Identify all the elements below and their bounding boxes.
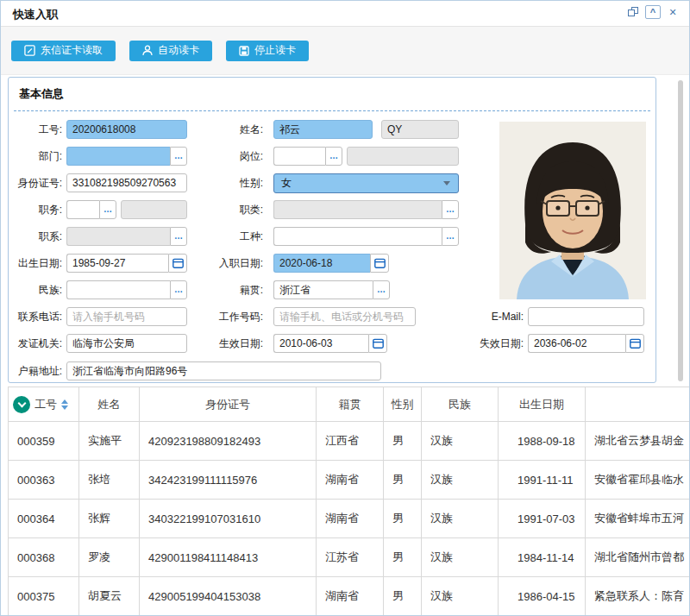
email-label: E-Mail: xyxy=(423,307,524,326)
gender-value: 女 xyxy=(281,177,292,189)
work-phone-field[interactable] xyxy=(273,307,416,326)
cell-gender: 男 xyxy=(384,577,422,616)
cell-emp-no: 000359 xyxy=(9,422,79,461)
effective-date-label: 生效日期: xyxy=(164,334,263,353)
column-header: 工号 xyxy=(34,397,57,412)
column-header: 出生日期 xyxy=(499,387,586,422)
cell-birth-date: 1988-09-18 xyxy=(499,422,586,461)
basic-info-panel: 基本信息 工号: 姓名: 部门: … 岗位: … 身份证号: 性别: 女 职务: xyxy=(8,77,656,383)
card-read-dongxin-button[interactable]: 东信证卡读取 xyxy=(11,41,116,61)
birth-date-field[interactable] xyxy=(66,254,168,273)
cell-ethnic: 汉族 xyxy=(422,577,499,616)
cell-gender: 男 xyxy=(384,461,422,500)
auto-read-card-button[interactable]: 自动读卡 xyxy=(129,41,212,61)
job-series-label: 职系: xyxy=(9,227,62,246)
table-row[interactable]: 000368 罗凌 429001198411148413 江苏省 男 汉族 19… xyxy=(9,538,690,577)
cell-ethnic: 汉族 xyxy=(422,422,499,461)
title-bar: 快速入职 ^ ✕ xyxy=(1,1,689,27)
expiry-date-calendar-button[interactable] xyxy=(625,334,644,353)
gender-label: 性别: xyxy=(164,173,263,192)
hire-date-group xyxy=(273,254,389,273)
hire-date-calendar-button[interactable] xyxy=(370,254,389,273)
cell-name: 张辉 xyxy=(79,500,140,538)
post-label: 岗位: xyxy=(164,147,263,166)
toolbar: 东信证卡读取 自动读卡 停止读卡 xyxy=(1,27,689,75)
post-lookup-button[interactable]: … xyxy=(325,147,342,166)
post-name-field xyxy=(347,147,459,166)
employee-photo xyxy=(499,122,646,299)
native-place-lookup-button[interactable]: … xyxy=(373,280,390,299)
section-title: 基本信息 xyxy=(19,86,64,102)
collapse-window-button[interactable]: ^ xyxy=(645,5,661,19)
cell-address: 安徽省蚌埠市五河 xyxy=(586,500,690,538)
table-row[interactable]: 000375 胡夏云 429005199404153038 湖南省 男 汉族 1… xyxy=(9,577,690,616)
job-series-field xyxy=(66,227,170,246)
ethnic-field[interactable] xyxy=(66,280,170,299)
job-class-lookup-button[interactable]: … xyxy=(442,200,459,219)
job-class-field-group: … xyxy=(273,200,459,219)
cell-name: 实施平 xyxy=(79,422,140,461)
cell-emp-no: 000363 xyxy=(9,461,79,500)
calendar-icon xyxy=(374,258,386,268)
cell-address: 紧急联系人：陈育 xyxy=(586,577,690,616)
column-header: 民族 xyxy=(422,387,499,422)
vertical-scrollbar[interactable] xyxy=(678,80,683,381)
expand-selector-button[interactable] xyxy=(13,396,30,413)
ellipsis-icon: … xyxy=(446,204,455,214)
expiry-date-field[interactable] xyxy=(528,334,625,353)
work-type-field[interactable] xyxy=(273,227,442,246)
name-pinyin-field xyxy=(381,120,459,139)
cell-ethnic: 汉族 xyxy=(422,461,499,500)
cell-address: 安徽省霍邱县临水 xyxy=(586,461,690,500)
employee-table: 工号 姓名 身份证号 籍贯 性别 民族 出生日期 000359 实施平 4209… xyxy=(8,387,690,616)
job-class-field xyxy=(273,200,442,219)
dept-field[interactable] xyxy=(66,147,170,166)
restore-window-button[interactable] xyxy=(625,5,641,19)
name-field[interactable] xyxy=(273,120,373,139)
cell-birth-date: 1986-04-15 xyxy=(499,577,586,616)
sort-desc-icon xyxy=(61,405,68,410)
cell-birth-date: 1984-11-14 xyxy=(499,538,586,577)
emp-no-header-cell: 工号 xyxy=(9,387,79,422)
table-row[interactable]: 000363 张培 342423199111115976 湖南省 男 汉族 19… xyxy=(9,461,690,500)
sort-control[interactable] xyxy=(61,399,68,410)
effective-date-field[interactable] xyxy=(273,334,368,353)
cell-ethnic: 汉族 xyxy=(422,500,499,538)
work-type-label: 工种: xyxy=(164,227,263,246)
phone-label: 联系电话: xyxy=(9,307,62,326)
native-place-field-group: … xyxy=(273,280,390,299)
edit-card-icon xyxy=(24,45,35,56)
cell-birth-date: 1991-11-11 xyxy=(499,461,586,500)
expiry-date-label: 失效日期: xyxy=(423,334,524,353)
gender-select[interactable]: 女 xyxy=(273,173,459,193)
table-row[interactable]: 000359 实施平 420923198809182493 江西省 男 汉族 1… xyxy=(9,422,690,461)
cell-name: 张培 xyxy=(79,461,140,500)
email-field[interactable] xyxy=(528,307,644,326)
duty-field[interactable] xyxy=(66,200,99,219)
cell-ethnic: 汉族 xyxy=(422,538,499,577)
cell-emp-no: 000368 xyxy=(9,538,79,577)
cell-address: 湖北省随州市曾都 xyxy=(586,538,690,577)
button-label: 自动读卡 xyxy=(158,43,199,58)
post-field[interactable] xyxy=(273,147,325,166)
duty-lookup-button[interactable]: … xyxy=(99,200,116,219)
sort-asc-icon xyxy=(61,399,68,404)
work-type-lookup-button[interactable]: … xyxy=(442,227,459,246)
close-icon: ✕ xyxy=(668,7,676,18)
effective-date-calendar-button[interactable] xyxy=(368,334,387,353)
native-place-field[interactable] xyxy=(273,280,373,299)
cell-emp-no: 000364 xyxy=(9,500,79,538)
issue-org-label: 发证机关: xyxy=(9,334,62,353)
dashed-divider xyxy=(14,110,650,111)
address-field[interactable] xyxy=(66,361,381,380)
stop-read-card-button[interactable]: 停止读卡 xyxy=(226,41,309,61)
table-row[interactable]: 000364 张辉 340322199107031610 湖南省 男 汉族 19… xyxy=(9,500,690,538)
stop-card-icon xyxy=(239,46,249,56)
hire-date-field[interactable] xyxy=(273,254,370,273)
work-phone-label: 工作号码: xyxy=(164,307,263,326)
column-header: 籍贯 xyxy=(317,387,384,422)
table-header-row: 工号 姓名 身份证号 籍贯 性别 民族 出生日期 xyxy=(9,387,690,422)
close-window-button[interactable]: ✕ xyxy=(665,5,681,19)
cell-name: 罗凌 xyxy=(79,538,140,577)
cell-id-no: 429005199404153038 xyxy=(140,577,317,616)
